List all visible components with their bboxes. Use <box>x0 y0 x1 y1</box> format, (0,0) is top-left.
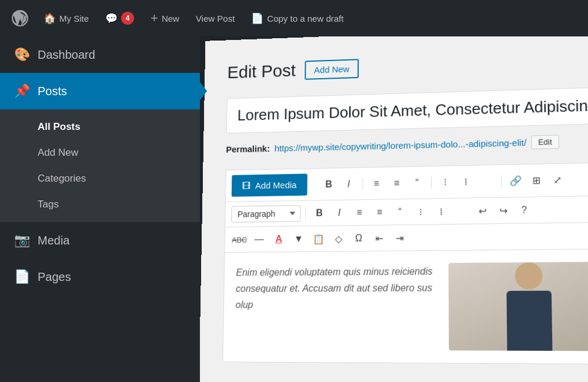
add-new-button[interactable]: Add New <box>305 59 359 80</box>
bold-button-2[interactable]: B <box>310 204 328 222</box>
sidebar-item-posts[interactable]: 📌 Posts <box>0 73 200 109</box>
italic-button-2[interactable]: I <box>330 204 348 222</box>
copy-icon: 📄 <box>251 12 263 25</box>
plus-icon: + <box>151 11 158 26</box>
categories-label: Categories <box>38 173 86 184</box>
add-media-label: Add Media <box>255 180 297 190</box>
mysite-menu[interactable]: 🏠 My Site <box>35 0 97 36</box>
table-button[interactable]: ⊞ <box>527 171 546 190</box>
ol-button-2[interactable]: ≡ <box>350 203 368 222</box>
unordered-list-button[interactable]: ≡ <box>388 174 406 192</box>
comments-menu[interactable]: 💬 4 <box>97 0 142 36</box>
copy-draft-menu[interactable]: 📄 Copy to a new draft <box>243 0 352 36</box>
sidebar-item-tags[interactable]: Tags <box>0 192 200 217</box>
admin-bar: 🏠 My Site 💬 4 + New View Post 📄 Copy to … <box>0 0 588 36</box>
editor-content-area[interactable]: Enim eligendi voluptatem quis minus reic… <box>223 249 588 364</box>
toolbar-row-3: ABC — A ▼ 📋 ◇ Ω ⇤ ⇥ <box>225 222 588 253</box>
separator <box>362 177 363 189</box>
add-media-button[interactable]: 🎞 Add Media <box>232 173 308 196</box>
ordered-list-button[interactable]: ≡ <box>368 174 385 192</box>
editor-image <box>449 262 588 351</box>
edit-post-header: Edit Post Add New <box>227 49 588 82</box>
align-r-button[interactable] <box>452 202 470 220</box>
post-title-input[interactable] <box>226 86 588 133</box>
blockquote-button[interactable]: “ <box>408 173 426 192</box>
abc-text: ABC <box>232 235 247 244</box>
separator3 <box>501 175 502 187</box>
hr-button[interactable]: — <box>250 230 268 249</box>
sidebar-item-categories[interactable]: Categories <box>0 166 200 192</box>
sidebar-item-pages[interactable]: 📄 Pages <box>0 259 200 295</box>
view-post-menu[interactable]: View Post <box>188 0 243 36</box>
sidebar-nav: 🎨 Dashboard 📌 Posts All Posts Add New Ca… <box>0 36 200 295</box>
outdent-button[interactable]: ⇤ <box>370 229 388 247</box>
new-menu[interactable]: + New <box>142 0 188 36</box>
person-body <box>507 291 553 351</box>
pages-icon: 📄 <box>14 269 29 284</box>
help-button[interactable]: ? <box>514 201 533 220</box>
new-label: New <box>162 14 179 24</box>
media-icon: 📷 <box>14 233 29 248</box>
editor-content-text: Enim eligendi voluptatem quis minus reic… <box>235 263 443 313</box>
align-center-button[interactable]: ⁞ <box>457 172 475 190</box>
text-color-dropdown[interactable]: ▼ <box>290 230 308 248</box>
media-label: Media <box>38 234 69 247</box>
page-title: Edit Post <box>227 61 296 82</box>
comments-icon: 💬 <box>105 12 118 25</box>
sidebar-item-all-posts[interactable]: All Posts <box>0 114 200 140</box>
permalink-label: Permalink: <box>226 143 270 155</box>
align-l-button[interactable]: ⁝ <box>412 203 430 221</box>
paste-button[interactable]: 📋 <box>310 230 328 248</box>
undo-button[interactable]: ↩ <box>473 202 492 220</box>
align-left-button[interactable]: ⁝ <box>436 173 455 191</box>
editor-area: 🎞 Add Media B I ≡ ≡ “ ⁝ ⁞ 🔗 ⊞ <box>222 162 588 365</box>
copy-draft-label: Copy to a new draft <box>267 14 343 24</box>
comments-count: 4 <box>121 12 134 25</box>
format-select[interactable]: Paragraph <box>231 205 300 223</box>
align-right-button[interactable] <box>477 172 496 190</box>
permalink-edit-button[interactable]: Edit <box>532 135 559 149</box>
special-char-button[interactable]: Ω <box>350 229 368 247</box>
home-icon: 🏠 <box>44 12 56 25</box>
clear-format-button[interactable]: ◇ <box>330 229 348 247</box>
italic-button[interactable]: I <box>340 175 358 193</box>
view-post-label: View Post <box>196 14 235 24</box>
main-wrapper: Edit Post Add New Permalink: https://myw… <box>200 36 588 382</box>
separator4 <box>305 207 306 219</box>
align-c-button[interactable]: ⁞ <box>432 202 450 220</box>
wp-logo[interactable] <box>5 0 35 36</box>
bold-button[interactable]: B <box>320 175 338 193</box>
separator2 <box>431 176 432 188</box>
dashboard-label: Dashboard <box>38 48 95 62</box>
pages-label: Pages <box>38 270 71 284</box>
blockquote-button-2[interactable]: “ <box>391 203 409 221</box>
sidebar-item-media[interactable]: 📷 Media <box>0 222 200 259</box>
permalink-row: Permalink: https://mywp.site/copywriting… <box>226 133 588 156</box>
tags-label: Tags <box>38 199 59 210</box>
mysite-label: My Site <box>59 14 89 24</box>
text-color-button[interactable]: A <box>270 230 288 249</box>
add-media-icon: 🎞 <box>242 180 250 190</box>
wordpress-icon <box>12 10 28 26</box>
person-head <box>515 262 543 290</box>
link-button[interactable]: 🔗 <box>506 172 525 190</box>
strikethrough-button[interactable]: ABC <box>230 230 248 249</box>
dashboard-icon: 🎨 <box>14 47 29 62</box>
permalink-link[interactable]: https://mywp.site/copywriting/lorem-ipsu… <box>275 138 527 153</box>
toolbar-row-1: 🎞 Add Media B I ≡ ≡ “ ⁝ ⁞ 🔗 ⊞ <box>226 163 588 202</box>
sidebar-item-dashboard[interactable]: 🎨 Dashboard <box>0 36 200 73</box>
posts-icon: 📌 <box>14 83 29 99</box>
sidebar: 🎨 Dashboard 📌 Posts All Posts Add New Ca… <box>0 36 200 382</box>
all-posts-label: All Posts <box>38 121 81 132</box>
posts-label: Posts <box>38 85 67 98</box>
redo-button[interactable]: ↪ <box>494 201 513 220</box>
add-new-label: Add New <box>38 147 78 158</box>
editor-text-zone[interactable]: Enim eligendi voluptatem quis minus reic… <box>235 263 443 350</box>
ul-button-2[interactable]: ≡ <box>370 203 388 222</box>
fullscreen-button[interactable]: ⤢ <box>548 170 567 189</box>
toolbar-icons-row1: B I ≡ ≡ “ ⁝ ⁞ 🔗 ⊞ ⤢ <box>320 170 567 193</box>
main-content: Edit Post Add New Permalink: https://myw… <box>200 36 588 382</box>
indent-button[interactable]: ⇥ <box>390 229 409 247</box>
person-figure <box>506 262 553 351</box>
sidebar-item-add-new[interactable]: Add New <box>0 140 200 166</box>
